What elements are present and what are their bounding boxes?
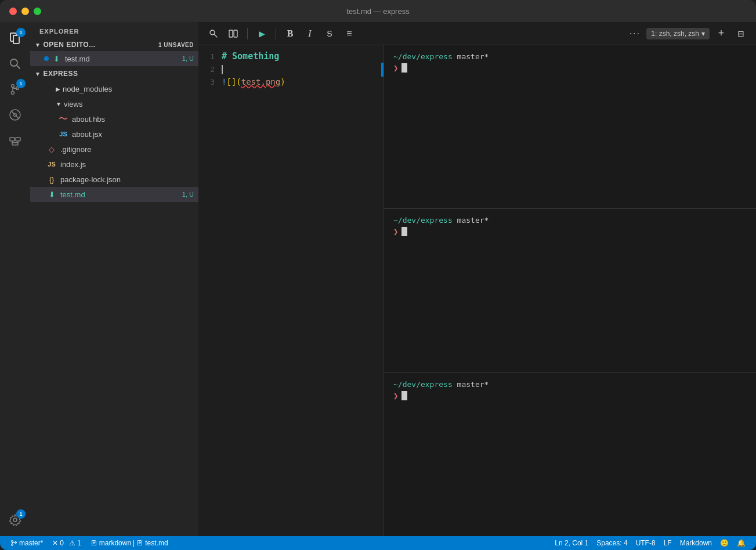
terminal-1-dir: ~/dev/express: [393, 52, 453, 61]
image-paren-close: ): [280, 77, 285, 86]
terminal-selector[interactable]: 1: zsh, zsh, zsh ▾: [646, 28, 710, 39]
line-num-3: 3: [198, 78, 222, 86]
test-md-label: test.md: [60, 190, 85, 199]
toolbar-right: ··· 1: zsh, zsh, zsh ▾ + ⊟: [627, 26, 749, 42]
code-line-2: 2: [198, 63, 384, 75]
status-errors[interactable]: ✕ 0 ⚠ 1: [49, 536, 84, 550]
line-ending-label: LF: [664, 539, 672, 547]
package-lock-label: package-lock.json: [60, 175, 121, 184]
bold-button[interactable]: B: [282, 26, 298, 42]
italic-button[interactable]: I: [302, 26, 318, 42]
list-button[interactable]: ≡: [341, 26, 357, 42]
gitignore-file[interactable]: ◇ .gitignore: [30, 142, 198, 157]
svg-rect-20: [229, 30, 233, 37]
express-label: EXPRESS: [43, 70, 78, 78]
line-content-2: [222, 64, 384, 74]
language-label: Markdown: [680, 539, 712, 547]
jsx-icon: JS: [58, 129, 68, 139]
package-lock-file[interactable]: {} package-lock.json: [30, 172, 198, 187]
terminal-2-cursor: [401, 227, 407, 236]
window-controls: [9, 8, 41, 15]
terminal-panel-1[interactable]: ~/dev/express master* ❯: [384, 45, 756, 209]
terminal-3-prompt: ❯: [393, 391, 747, 400]
views-folder[interactable]: ▼ views: [30, 96, 198, 111]
warning-count: 1: [77, 539, 81, 547]
status-language-server[interactable]: 🖹 markdown | 🖹 test.md: [87, 536, 172, 550]
status-line-ending[interactable]: LF: [660, 539, 675, 547]
activity-bar: 1 1: [0, 22, 30, 536]
status-bell[interactable]: 🔔: [733, 539, 749, 547]
play-button[interactable]: ▶: [254, 26, 270, 42]
bell-icon: 🔔: [737, 539, 746, 547]
hbs-icon: 〜: [58, 114, 68, 124]
more-options-button[interactable]: ···: [627, 26, 643, 42]
editor-toolbar: ▶ B I S ≡ ··· 1: zsh, zsh, zsh ▾ + ⊟: [198, 22, 756, 45]
index-js-file[interactable]: JS index.js: [30, 157, 198, 172]
terminal-2-prompt: ❯: [393, 227, 747, 236]
close-button[interactable]: [9, 8, 17, 15]
download-icon: ⬇: [51, 53, 62, 64]
editor-area: ▶ B I S ≡ ··· 1: zsh, zsh, zsh ▾ + ⊟: [198, 22, 756, 536]
source-control-badge: 1: [16, 79, 26, 88]
status-spaces[interactable]: Spaces: 4: [593, 539, 631, 547]
express-chevron: ▼: [35, 71, 41, 77]
js-icon: JS: [46, 159, 57, 169]
express-folder[interactable]: ▼ EXPRESS: [30, 66, 198, 81]
maximize-button[interactable]: [34, 8, 41, 15]
settings-badge: 1: [16, 509, 26, 519]
status-branch[interactable]: master*: [7, 536, 46, 550]
git-icon: ◇: [46, 144, 57, 154]
svg-point-22: [12, 541, 13, 542]
add-terminal-button[interactable]: +: [713, 26, 729, 42]
image-bracket-open: [: [226, 77, 231, 86]
ls-label: markdown: [99, 539, 131, 547]
svg-point-18: [210, 30, 215, 35]
sidebar-item-explorer[interactable]: 1: [3, 27, 27, 50]
spaces-label: Spaces: 4: [596, 539, 627, 547]
line-content-3: ![](test.png): [222, 77, 384, 86]
branch-name: master*: [19, 539, 43, 547]
open-editors-section[interactable]: ▼ OPEN EDITO... 1 UNSAVED: [30, 38, 198, 51]
status-smiley[interactable]: 🙂: [717, 539, 732, 547]
status-encoding[interactable]: UTF-8: [632, 539, 659, 547]
terminal-1-path: ~/dev/express master*: [393, 52, 747, 61]
terminal-panel-3[interactable]: ~/dev/express master* ❯: [384, 373, 756, 536]
node-modules-folder[interactable]: ▶ node_modules: [30, 81, 198, 96]
search-replace-button[interactable]: [205, 26, 222, 42]
split-editor-button[interactable]: [225, 26, 241, 42]
about-jsx-file[interactable]: JS about.jsx: [30, 126, 198, 142]
code-line-3: 3 ![](test.png): [198, 75, 384, 88]
about-jsx-label: about.jsx: [72, 130, 102, 139]
svg-point-5: [12, 92, 15, 95]
sidebar-item-extensions-blocked[interactable]: [3, 103, 27, 126]
open-editor-test-md[interactable]: ⬇ test.md 1, U: [30, 51, 198, 66]
minimize-button[interactable]: [21, 8, 29, 15]
sidebar-item-remote[interactable]: [3, 129, 27, 152]
status-language[interactable]: Markdown: [677, 539, 715, 547]
terminal-2-dir: ~/dev/express: [393, 216, 453, 225]
terminal-1-branch: master*: [457, 52, 489, 61]
terminal-panel-2[interactable]: ~/dev/express master* ❯: [384, 209, 756, 372]
sidebar-item-source-control[interactable]: 1: [3, 78, 27, 101]
toolbar-separator-1: [247, 28, 248, 39]
strikethrough-button[interactable]: S: [321, 26, 338, 42]
split-terminal-button[interactable]: ⊟: [733, 26, 749, 42]
svg-rect-11: [10, 138, 15, 141]
ls-separator: |: [133, 539, 135, 547]
about-hbs-label: about.hbs: [72, 115, 105, 124]
gitignore-label: .gitignore: [60, 145, 91, 154]
status-position[interactable]: Ln 2, Col 1: [551, 539, 592, 547]
svg-line-19: [215, 34, 218, 37]
line-numbers: 1 # Something 2 3 ![](test.png: [198, 45, 384, 93]
code-editor-panel[interactable]: 1 # Something 2 3 ![](test.png: [198, 45, 384, 536]
svg-rect-21: [234, 30, 237, 37]
open-editors-label: OPEN EDITO...: [43, 41, 95, 49]
about-hbs-file[interactable]: 〜 about.hbs: [30, 111, 198, 126]
sidebar-item-search[interactable]: [3, 52, 27, 75]
test-md-file[interactable]: ⬇ test.md 1, U: [30, 187, 198, 202]
terminal-3-dir: ~/dev/express: [393, 380, 453, 389]
settings-icon[interactable]: 1: [3, 508, 27, 531]
ls-file: test.md: [145, 539, 168, 547]
smiley-icon: 🙂: [720, 539, 729, 547]
index-js-label: index.js: [60, 160, 86, 169]
